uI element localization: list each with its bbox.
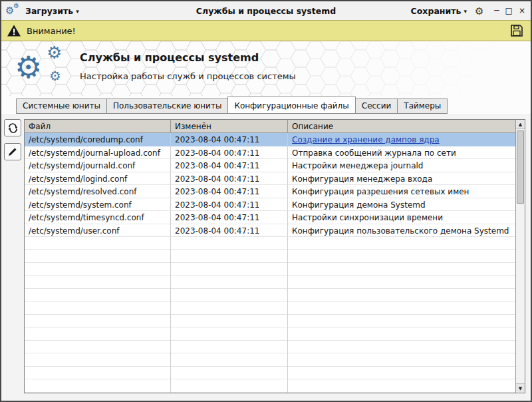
cell-description: Настройки синхронизации времени	[288, 211, 515, 224]
cell-file: /etc/systemd/coredump.conf	[25, 133, 171, 146]
config-files-table: Файл Изменён Описание /etc/systemd/cored…	[24, 119, 525, 393]
window-controls: ─ □ ×	[494, 7, 525, 15]
cell-file: /etc/systemd/journald.conf	[25, 159, 171, 172]
settings-button[interactable]: ⚙	[475, 6, 483, 16]
close-button[interactable]: ×	[519, 7, 525, 15]
gear-icon: ⚙	[13, 3, 19, 9]
table-main: Файл Изменён Описание /etc/systemd/cored…	[25, 120, 515, 393]
titlebar-right-group: Сохранить ▾ ⚙ ─ □ ×	[411, 6, 525, 16]
app-window: ⚙ ⚙ Загрузить ▾ Службы и процессы system…	[0, 0, 532, 402]
table-row[interactable]: /etc/systemd/resolved.conf 2023-08-04 00…	[25, 185, 515, 198]
vertical-scrollbar[interactable]: ▲ ▼	[515, 120, 525, 393]
tab-timers[interactable]: Таймеры	[397, 99, 448, 114]
table-row[interactable]: /etc/systemd/system.conf 2023-08-04 00:4…	[25, 198, 515, 212]
column-header-file[interactable]: Файл	[25, 120, 171, 132]
titlebar: ⚙ ⚙ Загрузить ▾ Службы и процессы system…	[1, 1, 531, 20]
page-subtitle: Настройка работы служб и процессов систе…	[80, 71, 296, 81]
save-button-label: Сохранить	[411, 6, 462, 16]
save-file-button[interactable]	[509, 23, 524, 38]
cell-modified: 2023-08-04 00:47:11	[171, 185, 288, 198]
gears-icon: ⚙ ⚙ ⚙	[15, 44, 74, 93]
cell-modified: 2023-08-04 00:47:11	[171, 159, 288, 172]
tab-bar: Системные юниты Пользовательские юниты К…	[1, 96, 531, 114]
cell-modified: 2023-08-04 00:47:11	[171, 172, 288, 186]
cell-description: Настройки менеджера journald	[288, 159, 515, 172]
table-row[interactable]: /etc/systemd/coredump.conf 2023-08-04 00…	[25, 133, 515, 146]
table-row[interactable]: /etc/systemd/user.conf 2023-08-04 00:47:…	[25, 224, 515, 238]
tab-config-files[interactable]: Конфигурационные файлы	[227, 97, 355, 114]
cell-file: /etc/systemd/user.conf	[25, 224, 171, 238]
cell-modified: 2023-08-04 00:47:11	[171, 146, 288, 160]
cell-modified: 2023-08-04 00:47:11	[171, 211, 288, 224]
floppy-icon	[509, 23, 524, 38]
column-header-modified[interactable]: Изменён	[171, 120, 288, 132]
save-button[interactable]: Сохранить ▾	[411, 6, 467, 16]
cell-modified: 2023-08-04 00:47:11	[171, 224, 288, 238]
table-row[interactable]: /etc/systemd/timesyncd.conf 2023-08-04 0…	[25, 211, 515, 224]
cell-modified: 2023-08-04 00:47:11	[171, 198, 288, 212]
load-button-label: Загрузить	[25, 6, 73, 16]
gear-icon: ⚙	[475, 5, 483, 17]
gear-icon: ⚙	[49, 69, 61, 83]
grid-line	[287, 237, 288, 393]
cell-file: /etc/systemd/resolved.conf	[25, 185, 171, 198]
maximize-button[interactable]: □	[505, 7, 513, 15]
tab-system-units[interactable]: Системные юниты	[16, 99, 107, 114]
chevron-down-icon: ▾	[464, 8, 467, 15]
scroll-up-button[interactable]: ▲	[516, 120, 525, 129]
table-header: Файл Изменён Описание	[25, 120, 515, 133]
table-row[interactable]: /etc/systemd/journal-upload.conf 2023-08…	[25, 146, 515, 160]
table-row[interactable]: /etc/systemd/journald.conf 2023-08-04 00…	[25, 159, 515, 172]
refresh-icon	[7, 122, 19, 134]
warning-text: Внимание!	[27, 26, 76, 36]
gear-icon: ⚙	[15, 52, 42, 83]
refresh-button[interactable]	[4, 119, 21, 136]
cell-description: Конфигурация демона Systemd	[288, 198, 515, 212]
cell-description: Конфигурация разрешения сетевых имен	[288, 185, 515, 198]
tab-user-units[interactable]: Пользовательские юниты	[106, 99, 228, 114]
scrollbar-thumb[interactable]	[517, 130, 524, 204]
hexagon-fade	[1, 41, 531, 96]
page-title: Службы и процессы systemd	[80, 51, 259, 64]
load-button[interactable]: Загрузить ▾	[25, 6, 79, 16]
table-row[interactable]: /etc/systemd/logind.conf 2023-08-04 00:4…	[25, 172, 515, 186]
cell-file: /etc/systemd/journal-upload.conf	[25, 146, 171, 160]
side-toolbar	[4, 119, 24, 393]
cell-file: /etc/systemd/logind.conf	[25, 172, 171, 186]
cell-description: Конфигурация менеджера входа	[288, 172, 515, 186]
chevron-down-icon: ▾	[76, 8, 79, 15]
app-icon: ⚙ ⚙	[5, 3, 21, 19]
tab-sessions[interactable]: Сессии	[355, 99, 398, 114]
column-header-description[interactable]: Описание	[288, 120, 515, 132]
minimize-button[interactable]: ─	[494, 7, 499, 15]
cell-description: Отправка сообщений журнала по сети	[288, 146, 515, 160]
edit-button[interactable]	[4, 143, 21, 160]
empty-rows-area	[25, 237, 515, 393]
cell-description-link[interactable]: Создание и хранение дампов ядра	[288, 133, 515, 146]
gear-icon: ⚙	[47, 44, 62, 61]
pencil-icon	[7, 146, 18, 157]
cell-file: /etc/systemd/timesyncd.conf	[25, 211, 171, 224]
content-area: Файл Изменён Описание /etc/systemd/cored…	[1, 114, 531, 401]
page-header: ⚙ ⚙ ⚙ Службы и процессы systemd Настройк…	[1, 41, 531, 96]
scroll-down-button[interactable]: ▼	[516, 383, 525, 393]
grid-line	[170, 237, 171, 393]
cell-modified: 2023-08-04 00:47:11	[171, 133, 288, 146]
warning-icon	[7, 24, 21, 37]
cell-file: /etc/systemd/system.conf	[25, 198, 171, 212]
cell-description: Конфигурация пользовательского демона Sy…	[288, 224, 515, 238]
warning-bar: Внимание!	[1, 20, 531, 41]
